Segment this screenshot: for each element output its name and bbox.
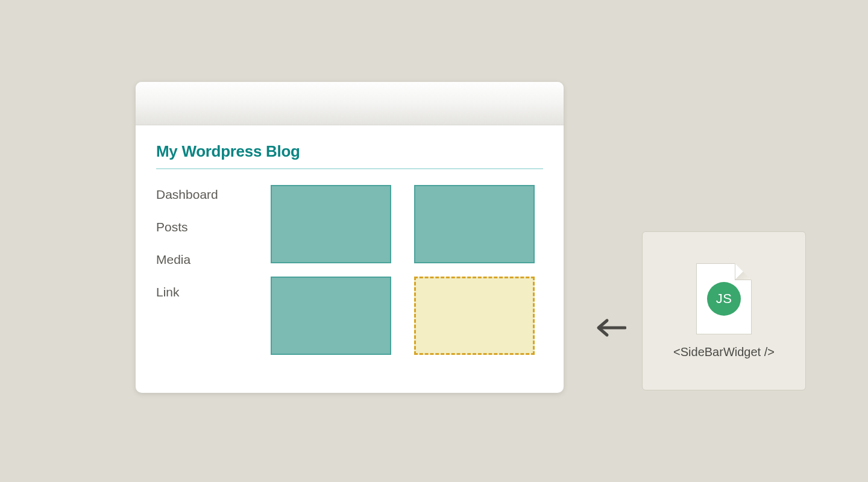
widget-tile[interactable] — [414, 185, 535, 263]
widget-tile[interactable] — [271, 185, 391, 263]
sidebar-item-link[interactable]: Link — [156, 285, 247, 299]
widget-drop-zone[interactable] — [414, 277, 535, 355]
arrow-left-icon — [595, 316, 626, 342]
file-corner-fold — [735, 263, 752, 280]
browser-window: My Wordpress Blog Dashboard Posts Media … — [136, 82, 564, 393]
js-badge: JS — [707, 282, 741, 316]
js-file-icon: JS — [696, 263, 752, 334]
widget-tile[interactable] — [271, 277, 391, 355]
component-card[interactable]: JS <SideBarWidget /> — [642, 231, 806, 390]
admin-sidebar: Dashboard Posts Media Link — [156, 185, 247, 355]
body-row: Dashboard Posts Media Link — [156, 185, 543, 355]
widget-grid — [271, 185, 535, 355]
sidebar-item-posts[interactable]: Posts — [156, 220, 247, 234]
site-title: My Wordpress Blog — [156, 142, 543, 161]
sidebar-item-dashboard[interactable]: Dashboard — [156, 187, 247, 202]
title-divider — [156, 168, 543, 169]
sidebar-item-media[interactable]: Media — [156, 252, 247, 267]
component-label: <SideBarWidget /> — [673, 345, 775, 359]
window-titlebar — [136, 82, 564, 125]
window-content: My Wordpress Blog Dashboard Posts Media … — [136, 125, 564, 375]
